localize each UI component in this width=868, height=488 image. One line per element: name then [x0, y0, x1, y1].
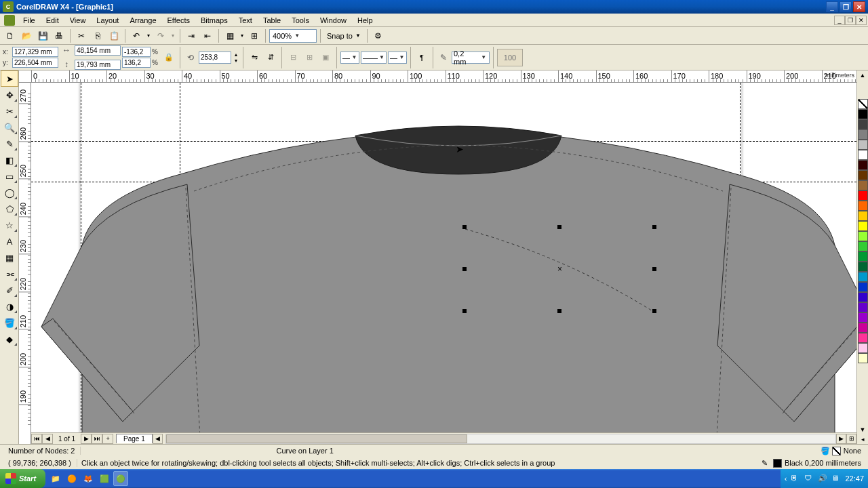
rotation-spinner[interactable]: ▴▾	[233, 52, 239, 64]
menu-layout[interactable]: Layout	[91, 15, 124, 26]
palette-flyout[interactable]: ◂	[857, 434, 868, 444]
print-button[interactable]: 🖶	[52, 28, 66, 43]
interactive-blend-tool[interactable]: ⫘	[1, 266, 18, 282]
color-swatch[interactable]	[858, 129, 868, 140]
navigator-button[interactable]: ⊞	[846, 434, 856, 444]
ql-explorer[interactable]: 📁	[48, 471, 63, 486]
selection-center[interactable]: ×	[557, 264, 562, 274]
width-input[interactable]: 48,154 mm	[75, 45, 121, 56]
shape-tool[interactable]: ✥	[1, 87, 18, 103]
line-start-combo[interactable]: —▼	[340, 52, 359, 64]
basic-shapes-tool[interactable]: ☆	[1, 217, 18, 233]
menu-bitmaps[interactable]: Bitmaps	[195, 15, 233, 26]
selection-handle[interactable]	[652, 309, 656, 313]
menu-text[interactable]: Text	[233, 15, 258, 26]
open-button[interactable]: 📂	[19, 28, 34, 43]
color-swatch[interactable]	[858, 312, 868, 323]
menu-arrange[interactable]: Arrange	[124, 15, 161, 26]
tray-clock[interactable]: 22:47	[845, 474, 864, 483]
pick-tool[interactable]: ➤	[1, 70, 18, 87]
welcome-button[interactable]: ⊞	[247, 28, 262, 43]
color-swatch[interactable]	[858, 343, 868, 353]
menu-table[interactable]: Table	[258, 15, 286, 26]
group-button[interactable]: ▣	[318, 47, 333, 68]
page-tab[interactable]: Page 1	[116, 434, 153, 443]
minimize-button[interactable]: _	[826, 1, 838, 12]
zoom-combo[interactable]: 400% ▼	[269, 29, 317, 43]
prev-page-button[interactable]: ◀	[42, 434, 53, 444]
tray-expand-icon[interactable]: ‹	[785, 474, 787, 483]
selection-handle[interactable]	[462, 225, 467, 229]
export-button[interactable]: ⇤	[200, 28, 215, 43]
color-swatch[interactable]	[858, 241, 868, 251]
color-swatch[interactable]	[858, 160, 868, 170]
ql-app1[interactable]: 🟩	[97, 471, 112, 486]
color-swatch[interactable]	[858, 150, 868, 160]
vertical-ruler[interactable]: 270260250240230220210200190	[19, 83, 31, 444]
menu-window[interactable]: Window	[315, 15, 352, 26]
ellipse-tool[interactable]: ◯	[1, 184, 18, 201]
redo-list-button[interactable]: ▾	[170, 28, 176, 43]
options-button[interactable]: ⚙	[371, 28, 386, 43]
color-swatch[interactable]	[858, 282, 868, 292]
menu-tools[interactable]: Tools	[286, 15, 315, 26]
scroll-left-button[interactable]: ◀	[153, 434, 163, 444]
selection-handle[interactable]	[462, 309, 467, 313]
scale-y-input[interactable]: 136,2	[122, 58, 151, 68]
menu-view[interactable]: View	[64, 15, 92, 26]
palette-scroll-up[interactable]: ▲	[857, 70, 868, 80]
close-button[interactable]: ✕	[853, 1, 865, 12]
scale-x-input[interactable]: -136,2	[122, 47, 151, 57]
y-input[interactable]: 226,504 mm	[12, 58, 58, 68]
color-swatch[interactable]	[858, 211, 868, 221]
color-swatch[interactable]	[858, 251, 868, 262]
zoom-tool[interactable]: 🔍	[1, 119, 18, 136]
outline-tool[interactable]: ◑	[1, 298, 18, 314]
tray-icon[interactable]: 🛡	[804, 474, 814, 483]
app-launcher-arrow[interactable]: ▾	[239, 28, 245, 43]
fill-swatch[interactable]	[832, 447, 841, 455]
color-swatch[interactable]	[858, 353, 868, 363]
new-button[interactable]: 🗋	[3, 28, 18, 43]
color-swatch[interactable]	[858, 231, 868, 241]
color-swatch[interactable]	[858, 170, 868, 180]
undo-list-button[interactable]: ▾	[145, 28, 152, 43]
smart-fill-tool[interactable]: ◧	[1, 152, 18, 168]
selection-handle[interactable]	[652, 225, 656, 229]
transparency-spinner[interactable]: 100	[497, 49, 523, 66]
add-page-button[interactable]: +	[102, 434, 113, 444]
color-swatch[interactable]	[858, 272, 868, 282]
no-color-swatch[interactable]	[858, 99, 868, 109]
rotation-input[interactable]: 253,8	[199, 52, 231, 64]
color-swatch[interactable]	[858, 292, 868, 302]
paste-button[interactable]: 📋	[106, 28, 121, 43]
color-swatch[interactable]	[858, 221, 868, 231]
fill-tool[interactable]: 🪣	[1, 314, 18, 331]
outline-swatch[interactable]	[773, 459, 782, 468]
mirror-h-button[interactable]: ⇋	[247, 47, 262, 68]
save-button[interactable]: 💾	[35, 28, 50, 43]
color-swatch[interactable]	[858, 180, 868, 190]
polygon-tool[interactable]: ⬠	[1, 201, 18, 217]
selection-handle[interactable]	[557, 309, 561, 313]
color-swatch[interactable]	[858, 109, 868, 119]
app-launcher-button[interactable]: ▦	[222, 28, 237, 43]
horizontal-scrollbar[interactable]	[165, 434, 836, 444]
cut-button[interactable]: ✂	[74, 28, 89, 43]
redo-button[interactable]: ↷	[153, 28, 168, 43]
color-swatch[interactable]	[858, 262, 868, 272]
eyedropper-tool[interactable]: ✐	[1, 282, 18, 298]
text-tool[interactable]: A	[1, 233, 18, 249]
line-end-combo[interactable]: —▼	[388, 52, 407, 64]
horizontal-ruler[interactable]: millimeters 0102030405060708090100110120…	[19, 70, 856, 83]
ungroup-all-button[interactable]: ⊞	[302, 47, 317, 68]
ungroup-button[interactable]: ⊟	[285, 47, 300, 68]
next-page-button[interactable]: ▶	[81, 434, 92, 444]
last-page-button[interactable]: ⏭	[92, 434, 102, 444]
tshirt-artwork[interactable]	[31, 83, 856, 444]
ql-firefox[interactable]: 🦊	[81, 471, 96, 486]
selection-handle[interactable]	[557, 225, 561, 229]
ql-coreldraw[interactable]: 🟢	[113, 471, 128, 486]
rectangle-tool[interactable]: ▭	[1, 168, 18, 184]
height-input[interactable]: 19,793 mm	[75, 60, 121, 70]
